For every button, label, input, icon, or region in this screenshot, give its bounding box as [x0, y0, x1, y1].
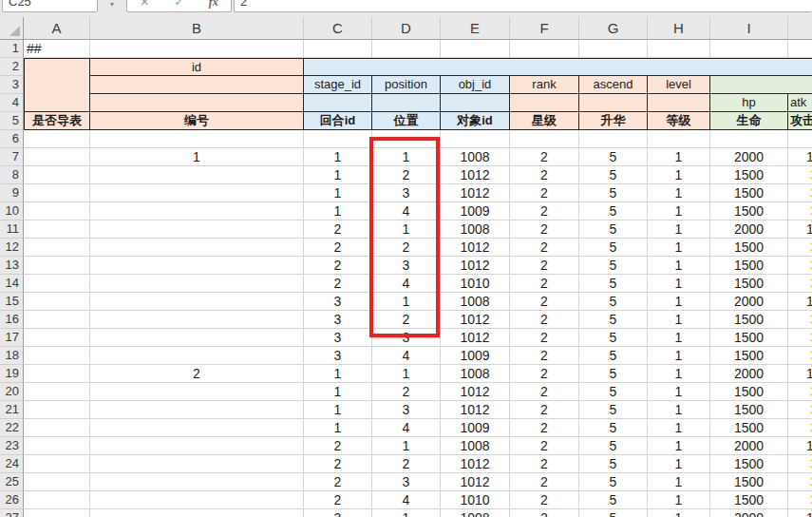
cell-C15[interactable]: 3 — [304, 293, 372, 311]
cell-H17[interactable]: 1 — [648, 329, 710, 347]
cell-D1[interactable] — [372, 40, 441, 58]
header-cell-c5[interactable]: 回合id — [304, 112, 372, 130]
cell-J13[interactable]: 300 — [788, 257, 812, 275]
cell-H18[interactable]: 1 — [648, 347, 710, 365]
cell-A13[interactable] — [24, 257, 90, 275]
cell-I15[interactable]: 2000 — [710, 293, 788, 311]
cell-G25[interactable]: 5 — [579, 473, 648, 491]
cell-D15[interactable]: 1 — [372, 293, 441, 311]
cell-A11[interactable] — [24, 220, 90, 239]
cell-G18[interactable]: 5 — [579, 347, 648, 365]
row-header-11[interactable]: 11 — [0, 220, 24, 239]
cell-H8[interactable]: 1 — [648, 166, 710, 184]
cell-C12[interactable]: 2 — [304, 239, 372, 257]
cell-D18[interactable]: 4 — [372, 347, 441, 365]
cell-D25[interactable]: 3 — [372, 473, 441, 491]
cell-B20[interactable] — [90, 383, 304, 401]
cell-F24[interactable]: 2 — [510, 455, 579, 473]
cell-B23[interactable] — [90, 437, 304, 455]
cell-I6[interactable] — [710, 130, 788, 148]
cell-H21[interactable]: 1 — [648, 401, 710, 419]
cell-J22[interactable]: 300 — [788, 419, 812, 437]
cell-I1[interactable] — [710, 40, 788, 58]
cell-B10[interactable] — [90, 202, 304, 220]
cell-F25[interactable]: 2 — [510, 473, 579, 491]
cell-D22[interactable]: 4 — [372, 419, 441, 437]
cell-E21[interactable]: 1012 — [441, 401, 510, 419]
cell-B18[interactable] — [90, 347, 304, 365]
row-header-9[interactable]: 9 — [0, 184, 24, 202]
cell-C16[interactable]: 3 — [304, 311, 372, 329]
row-header-26[interactable]: 26 — [0, 491, 24, 509]
cell-G13[interactable]: 5 — [579, 257, 648, 275]
cell-I16[interactable]: 1500 — [710, 311, 788, 329]
cell-G22[interactable]: 5 — [579, 419, 648, 437]
cell-A19[interactable] — [24, 365, 90, 383]
cell-I8[interactable]: 1500 — [710, 166, 788, 184]
cell-C8[interactable]: 1 — [304, 166, 372, 184]
cell-D23[interactable]: 1 — [372, 437, 441, 455]
cell-E18[interactable]: 1009 — [441, 347, 510, 365]
cell-F18[interactable]: 2 — [510, 347, 579, 365]
cell-B25[interactable] — [90, 473, 304, 491]
cell-F16[interactable]: 2 — [510, 311, 579, 329]
cell-H11[interactable]: 1 — [648, 220, 710, 239]
cell-F14[interactable]: 2 — [510, 275, 579, 293]
cell-I12[interactable]: 1500 — [710, 239, 788, 257]
column-header-D[interactable]: D — [372, 17, 441, 40]
row-header-19[interactable]: 19 — [0, 365, 24, 383]
row-header-25[interactable]: 25 — [0, 473, 24, 491]
header-cell-g3[interactable]: ascend — [579, 76, 648, 94]
cell-B22[interactable] — [90, 419, 304, 437]
row-header-10[interactable]: 10 — [0, 202, 24, 220]
cell-I9[interactable]: 1500 — [710, 184, 788, 202]
cell-C27[interactable]: 3 — [304, 509, 372, 517]
cell-C19[interactable]: 1 — [304, 365, 372, 383]
column-header-B[interactable]: B — [90, 17, 304, 40]
cell-G23[interactable]: 5 — [579, 437, 648, 455]
cell-C14[interactable]: 2 — [304, 275, 372, 293]
cell-A1[interactable]: ## — [24, 40, 90, 58]
cell-F11[interactable]: 2 — [510, 220, 579, 239]
cell-A22[interactable] — [24, 419, 90, 437]
cell-I22[interactable]: 1500 — [710, 419, 788, 437]
cell-G12[interactable]: 5 — [579, 239, 648, 257]
cell-B16[interactable] — [90, 311, 304, 329]
cell-E19[interactable]: 1008 — [441, 365, 510, 383]
cell-J20[interactable]: 300 — [788, 383, 812, 401]
cell-J6[interactable] — [788, 130, 812, 148]
cell-E6[interactable] — [441, 130, 510, 148]
cell-A27[interactable] — [24, 509, 90, 517]
cell-F13[interactable]: 2 — [510, 257, 579, 275]
cell-E1[interactable] — [441, 40, 510, 58]
cell-I17[interactable]: 1500 — [710, 329, 788, 347]
row-header-3[interactable]: 3 — [0, 76, 24, 94]
cell-B19[interactable]: 2 — [90, 365, 304, 383]
column-header-A[interactable]: A — [24, 17, 90, 40]
cell-I19[interactable]: 2000 — [710, 365, 788, 383]
cell-C6[interactable] — [304, 130, 372, 148]
column-header-F[interactable]: F — [510, 17, 579, 40]
row-header-14[interactable]: 14 — [0, 275, 24, 293]
cell-F6[interactable] — [510, 130, 579, 148]
header-cell-i4[interactable]: hp — [710, 94, 788, 112]
header-cell-c4[interactable] — [304, 94, 372, 112]
cell-F19[interactable]: 2 — [510, 365, 579, 383]
cell-B13[interactable] — [90, 257, 304, 275]
cell-H13[interactable]: 1 — [648, 257, 710, 275]
cell-A12[interactable] — [24, 239, 90, 257]
cell-J25[interactable]: 300 — [788, 473, 812, 491]
row-header-1[interactable]: 1 — [0, 40, 24, 58]
cell-F12[interactable]: 2 — [510, 239, 579, 257]
cell-C24[interactable]: 2 — [304, 455, 372, 473]
cell-G7[interactable]: 5 — [579, 148, 648, 166]
cell-G21[interactable]: 5 — [579, 401, 648, 419]
header-cell-b4[interactable] — [90, 94, 304, 112]
header-cell-i5[interactable]: 生命 — [710, 112, 788, 130]
cell-E14[interactable]: 1010 — [441, 275, 510, 293]
insert-function-icon[interactable]: fx — [197, 0, 231, 11]
name-box[interactable]: C25 — [2, 0, 98, 12]
cell-E27[interactable]: 1008 — [441, 509, 510, 517]
cell-I18[interactable]: 1500 — [710, 347, 788, 365]
cell-J1[interactable] — [788, 40, 812, 58]
